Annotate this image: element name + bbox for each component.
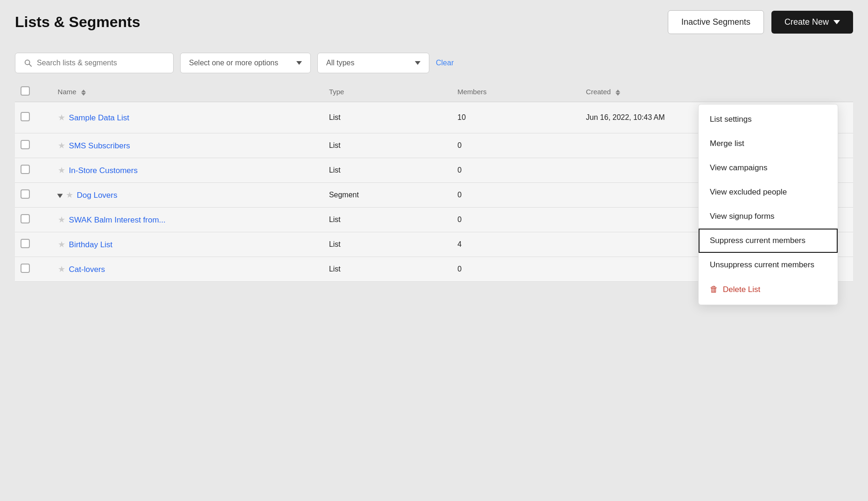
table-wrapper: Name Type Members Created	[15, 82, 853, 282]
row-name-cell: ★Dog Lovers	[52, 183, 323, 208]
col-name-header: Name	[52, 82, 323, 102]
row-name-cell: ★Birthday List	[52, 232, 323, 257]
col-type-header: Type	[323, 82, 452, 102]
row-name-cell: ★SWAK Balm Interest from...	[52, 208, 323, 232]
row-name-link[interactable]: SWAK Balm Interest from...	[69, 216, 166, 224]
inactive-segments-button[interactable]: Inactive Segments	[668, 10, 764, 34]
row-name-cell: ★Sample Data List	[52, 102, 323, 133]
search-input[interactable]	[37, 59, 165, 67]
row-checkbox-cell	[15, 183, 52, 208]
context-menu-item-label: Merge list	[710, 139, 744, 148]
star-icon[interactable]: ★	[58, 240, 65, 249]
options-dropdown-label: Select one or more options	[189, 59, 278, 67]
row-checkbox[interactable]	[21, 264, 30, 273]
row-checkbox-cell	[15, 133, 52, 158]
star-icon[interactable]: ★	[58, 113, 65, 122]
context-menu-item-unsuppress-members[interactable]: Unsuppress current members	[699, 253, 838, 277]
trash-icon: 🗑	[710, 285, 718, 294]
svg-line-1	[29, 64, 31, 67]
star-icon[interactable]: ★	[58, 141, 65, 150]
row-members-cell: 10	[452, 102, 580, 133]
types-dropdown[interactable]: All types	[317, 53, 429, 73]
row-name-cell: ★Cat-lovers	[52, 257, 323, 282]
star-icon[interactable]: ★	[58, 215, 65, 224]
create-new-label: Create New	[784, 17, 829, 27]
name-sort-icon[interactable]	[81, 90, 86, 96]
select-all-checkbox[interactable]	[21, 86, 30, 96]
search-icon	[24, 59, 32, 67]
star-icon[interactable]: ★	[58, 264, 65, 274]
row-checkbox-cell	[15, 102, 52, 133]
page-header: Lists & Segments Inactive Segments Creat…	[0, 0, 868, 44]
row-checkbox-cell	[15, 232, 52, 257]
row-members-cell: 0	[452, 257, 580, 282]
row-name-cell: ★SMS Subscribers	[52, 133, 323, 158]
row-checkbox-cell	[15, 208, 52, 232]
row-type-cell: List	[323, 102, 452, 133]
row-name-cell: ★In-Store Customers	[52, 158, 323, 183]
row-checkbox[interactable]	[21, 140, 30, 149]
row-checkbox-cell	[15, 257, 52, 282]
star-icon[interactable]: ★	[66, 190, 73, 200]
col-members-header: Members	[452, 82, 580, 102]
chevron-down-icon	[296, 61, 302, 65]
context-menu-item-label: View excluded people	[710, 188, 787, 197]
context-menu-item-view-campaigns[interactable]: View campaigns	[699, 156, 838, 180]
row-members-cell: 4	[452, 232, 580, 257]
row-type-cell: List	[323, 257, 452, 282]
row-checkbox[interactable]	[21, 239, 30, 248]
table-container: Name Type Members Created	[0, 82, 868, 282]
options-dropdown[interactable]: Select one or more options	[180, 53, 311, 73]
col-created-header: Created	[581, 82, 809, 102]
expand-chevron-icon[interactable]	[57, 194, 63, 198]
row-type-cell: List	[323, 208, 452, 232]
types-dropdown-label: All types	[326, 59, 354, 67]
row-type-cell: Segment	[323, 183, 452, 208]
row-name-link[interactable]: Dog Lovers	[77, 191, 118, 200]
context-menu: List settingsMerge listView campaignsVie…	[698, 104, 838, 305]
context-menu-item-merge-list[interactable]: Merge list	[699, 132, 838, 156]
page-title: Lists & Segments	[15, 14, 140, 31]
row-name-link[interactable]: In-Store Customers	[69, 166, 138, 175]
row-name-link[interactable]: SMS Subscribers	[69, 141, 130, 150]
star-icon[interactable]: ★	[58, 166, 65, 175]
row-name-link[interactable]: Cat-lovers	[69, 265, 105, 274]
create-new-button[interactable]: Create New	[771, 11, 853, 34]
row-checkbox[interactable]	[21, 112, 30, 121]
row-type-cell: List	[323, 232, 452, 257]
context-menu-item-label: Delete List	[723, 285, 760, 294]
row-checkbox[interactable]	[21, 189, 30, 199]
chevron-down-icon	[833, 20, 840, 24]
context-menu-item-suppress-members[interactable]: Suppress current members	[699, 229, 838, 253]
clear-button[interactable]: Clear	[436, 59, 454, 67]
chevron-down-icon	[415, 61, 420, 65]
context-menu-item-view-signup[interactable]: View signup forms	[699, 204, 838, 229]
row-members-cell: 0	[452, 208, 580, 232]
row-members-cell: 0	[452, 183, 580, 208]
context-menu-item-label: Suppress current members	[710, 236, 805, 245]
context-menu-item-list-settings[interactable]: List settings	[699, 107, 838, 132]
filter-bar: Select one or more options All types Cle…	[0, 44, 868, 82]
header-actions: Inactive Segments Create New	[668, 10, 853, 34]
col-check-header	[15, 82, 52, 102]
context-menu-item-view-excluded[interactable]: View excluded people	[699, 180, 838, 204]
row-members-cell: 0	[452, 133, 580, 158]
col-action-header	[809, 82, 853, 102]
created-sort-icon[interactable]	[616, 90, 620, 96]
context-menu-item-delete-list[interactable]: 🗑Delete List	[699, 277, 838, 302]
row-name-link[interactable]: Birthday List	[69, 240, 113, 249]
context-menu-item-label: Unsuppress current members	[710, 260, 814, 270]
context-menu-item-label: List settings	[710, 115, 752, 124]
row-name-link[interactable]: Sample Data List	[69, 113, 129, 122]
row-checkbox-cell	[15, 158, 52, 183]
context-menu-item-label: View signup forms	[710, 212, 775, 221]
row-type-cell: List	[323, 133, 452, 158]
context-menu-item-label: View campaigns	[710, 163, 767, 173]
row-checkbox[interactable]	[21, 214, 30, 223]
row-type-cell: List	[323, 158, 452, 183]
table-header-row: Name Type Members Created	[15, 82, 853, 102]
row-members-cell: 0	[452, 158, 580, 183]
search-box[interactable]	[15, 53, 174, 73]
row-checkbox[interactable]	[21, 165, 30, 174]
